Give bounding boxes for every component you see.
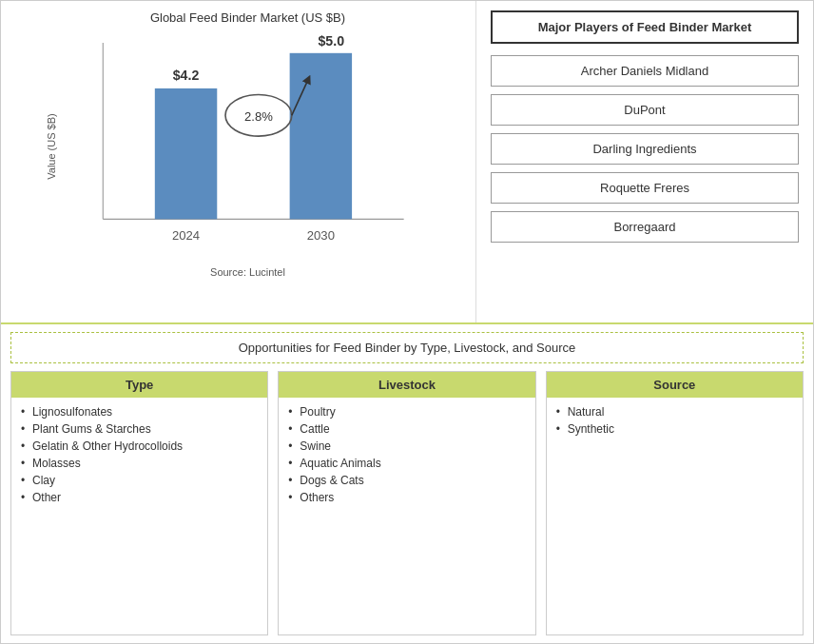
list-item: Dogs & Cats bbox=[288, 474, 525, 487]
player-box-0: Archer Daniels Midland bbox=[491, 55, 799, 87]
category-body-1: PoultryCattleSwineAquatic AnimalsDogs & … bbox=[279, 398, 534, 634]
list-item: Poultry bbox=[288, 405, 525, 419]
list-item: Other bbox=[21, 491, 258, 504]
list-item: Others bbox=[288, 491, 525, 504]
chart-inner: Value (US $B) $4.2 2024 $5.0 bbox=[39, 32, 457, 261]
category-header-0: Type bbox=[11, 372, 267, 398]
list-item: Plant Gums & Starches bbox=[21, 422, 258, 436]
category-col-0: TypeLignosulfonatesPlant Gums & Starches… bbox=[10, 371, 268, 635]
players-title: Major Players of Feed Binder Market bbox=[491, 10, 799, 44]
player-box-1: DuPont bbox=[491, 94, 799, 126]
category-header-1: Livestock bbox=[279, 372, 534, 398]
players-area: Major Players of Feed Binder Market Arch… bbox=[476, 1, 813, 322]
player-box-3: Roquette Freres bbox=[491, 172, 799, 204]
list-item: Swine bbox=[288, 439, 525, 453]
category-body-0: LignosulfonatesPlant Gums & StarchesGela… bbox=[11, 398, 267, 634]
companies-container: Archer Daniels MidlandDuPontDarling Ingr… bbox=[491, 55, 799, 243]
y-axis-label: Value (US $B) bbox=[45, 113, 56, 180]
category-col-2: SourceNaturalSynthetic bbox=[546, 371, 804, 635]
year-2030-label: 2030 bbox=[306, 228, 334, 243]
list-item: Aquatic Animals bbox=[288, 457, 525, 470]
list-item: Gelatin & Other Hydrocolloids bbox=[21, 439, 258, 453]
list-item: Cattle bbox=[288, 422, 525, 436]
cagr-label: 2.8% bbox=[244, 109, 273, 124]
list-item: Natural bbox=[556, 405, 793, 419]
player-box-4: Borregaard bbox=[491, 211, 799, 243]
bar-2030-label: $5.0 bbox=[318, 33, 344, 49]
source-text: Source: Lucintel bbox=[29, 266, 466, 278]
category-col-1: LivestockPoultryCattleSwineAquatic Anima… bbox=[278, 371, 535, 635]
player-box-2: Darling Ingredients bbox=[491, 133, 799, 165]
list-item: Synthetic bbox=[556, 422, 793, 436]
list-item: Molasses bbox=[21, 457, 258, 470]
bar-2024-label: $4.2 bbox=[172, 68, 199, 83]
top-section: Global Feed Binder Market (US $B) Value … bbox=[1, 1, 813, 324]
bar-2024 bbox=[154, 88, 216, 219]
opportunities-title: Opportunities for Feed Binder by Type, L… bbox=[10, 332, 804, 363]
bottom-section: Opportunities for Feed Binder by Type, L… bbox=[1, 324, 813, 643]
chart-area: Global Feed Binder Market (US $B) Value … bbox=[1, 1, 476, 322]
main-container: Global Feed Binder Market (US $B) Value … bbox=[0, 0, 814, 644]
bar-2030 bbox=[289, 53, 351, 220]
categories-row: TypeLignosulfonatesPlant Gums & Starches… bbox=[10, 371, 804, 635]
list-item: Clay bbox=[21, 474, 258, 487]
year-2024-label: 2024 bbox=[171, 228, 199, 243]
category-header-2: Source bbox=[547, 372, 803, 398]
chart-svg: $4.2 2024 $5.0 2030 2.8% bbox=[39, 32, 457, 261]
chart-title: Global Feed Binder Market (US $B) bbox=[29, 10, 466, 25]
list-item: Lignosulfonates bbox=[21, 405, 258, 419]
category-body-2: NaturalSynthetic bbox=[547, 398, 803, 634]
